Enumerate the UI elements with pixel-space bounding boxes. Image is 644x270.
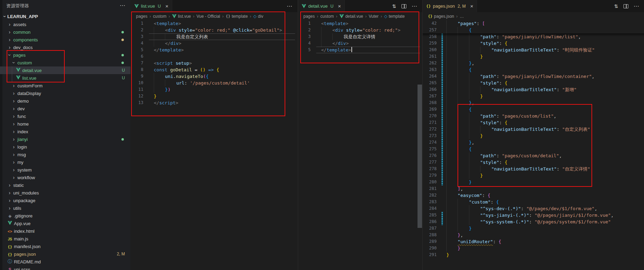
breadcrumb-item[interactable]: list.vue xyxy=(172,14,191,19)
tree-item-README.md[interactable]: ⓘREADME.md xyxy=(0,258,130,265)
tree-item-customForm[interactable]: ›customForm xyxy=(0,82,130,89)
code-line-271[interactable]: 271 "style": { xyxy=(423,119,644,126)
tree-item-utils[interactable]: ›utils xyxy=(0,204,130,212)
code-line-287[interactable]: 287 } xyxy=(423,225,644,232)
code-line-259[interactable]: 259 "style": { xyxy=(423,40,644,47)
code-line-258[interactable]: 258 "path": "pages/jianyi/flowTime/list"… xyxy=(423,33,644,40)
open-changes-icon[interactable]: ⇅ xyxy=(392,3,396,9)
close-tab-icon[interactable]: × xyxy=(338,3,341,9)
code-line-273[interactable]: 273 } xyxy=(423,133,644,139)
code-line-257[interactable]: 257 { xyxy=(423,27,644,33)
code-line-279[interactable]: 279 } xyxy=(423,172,644,179)
tree-item-workflow[interactable]: ›workflow xyxy=(0,174,130,181)
code-line-262[interactable]: 262 }, xyxy=(423,60,644,66)
code-line-5[interactable]: 5</template> xyxy=(131,47,297,53)
breadcrumb-item[interactable]: pages xyxy=(303,14,315,19)
breadcrumb-item[interactable]: ◇template xyxy=(384,14,405,19)
tree-item-uni.scss[interactable]: Suni.scss xyxy=(0,265,130,270)
tree-item-index[interactable]: ›index xyxy=(0,128,130,135)
breadcrumb-item[interactable]: ◇div xyxy=(253,14,263,19)
editor-group-sash[interactable] xyxy=(418,85,422,228)
tree-item-dataDisplay[interactable]: ›dataDisplay xyxy=(0,89,130,97)
code-line-291[interactable]: 291} xyxy=(423,252,644,258)
tree-item-common[interactable]: ›common xyxy=(0,28,130,36)
code-line-4[interactable]: 4 </div> xyxy=(298,40,422,47)
breadcrumb-item[interactable]: pages xyxy=(136,14,148,19)
tree-item-.gitignore[interactable]: ◈.gitignore xyxy=(0,212,130,220)
tree-item-static[interactable]: ›static xyxy=(0,181,130,189)
code-line-290[interactable]: 290 } xyxy=(423,245,644,252)
split-editor-icon[interactable] xyxy=(623,4,628,8)
tree-item-App.vue[interactable]: App.vue xyxy=(0,220,130,227)
close-tab-icon[interactable]: × xyxy=(165,3,168,9)
tree-item-unpackage[interactable]: ›unpackage xyxy=(0,197,130,204)
code-line-282[interactable]: 282 "easycom": { xyxy=(423,192,644,199)
tab-detail-vue[interactable]: detail.vueU× xyxy=(298,0,345,12)
breadcrumb-item[interactable]: {}pages.json xyxy=(428,14,454,19)
tree-item-uni_modules[interactable]: ›uni_modules xyxy=(0,189,130,197)
code-line-42[interactable]: 42 "pages": [ xyxy=(423,20,644,27)
open-changes-icon[interactable]: ⇅ xyxy=(614,3,618,9)
code-line-261[interactable]: 261 } xyxy=(423,53,644,60)
tab-pages-json[interactable]: {}pages.json2, M× xyxy=(423,0,477,12)
tree-item-assets[interactable]: ›assets xyxy=(0,21,130,28)
tree-item-main.js[interactable]: JSmain.js xyxy=(0,235,130,243)
close-tab-icon[interactable]: × xyxy=(470,3,473,9)
tree-item-dev_docs[interactable]: ›dev_docs xyxy=(0,43,130,51)
code-line-281[interactable]: 281 ], xyxy=(423,185,644,192)
tree-item-components[interactable]: ›components xyxy=(0,36,130,43)
breadcrumb-item[interactable]: {}template xyxy=(226,14,248,19)
code-line-7[interactable]: 7<script setup> xyxy=(131,60,297,66)
code-line-274[interactable]: 274 }, xyxy=(423,139,644,146)
code-line-5[interactable]: 5</template> xyxy=(298,47,422,53)
tree-item-my[interactable]: ›my xyxy=(0,158,130,166)
code-line-269[interactable]: 269 { xyxy=(423,106,644,113)
code-line-3[interactable]: 3 我是自定义列表 xyxy=(131,33,297,40)
code-line-277[interactable]: 277 "style": { xyxy=(423,159,644,166)
project-root-item[interactable]: › LEARUN_APP xyxy=(0,13,130,20)
more-actions-icon[interactable]: ⋯ xyxy=(412,3,418,9)
tree-item-manifest.json[interactable]: {}manifest.json xyxy=(0,243,130,250)
code-line-278[interactable]: 278 "navigationBarTitleText": "自定义详情" xyxy=(423,166,644,172)
code-line-10[interactable]: 10 url: '/pages/custom/detail' xyxy=(131,80,297,86)
tree-item-custom[interactable]: ›custom xyxy=(0,59,130,66)
split-editor-icon[interactable] xyxy=(401,4,406,8)
tree-item-jianyi[interactable]: ›jianyi xyxy=(0,135,130,143)
code-line-263[interactable]: 263 { xyxy=(423,66,644,73)
explorer-more-actions-icon[interactable]: ⋯ xyxy=(120,3,126,9)
tree-item-func[interactable]: ›func xyxy=(0,112,130,120)
code-line-2[interactable]: 2 <div style="color: red;" @click="goDet… xyxy=(131,27,297,33)
code-line-288[interactable]: 288 }, xyxy=(423,232,644,238)
breadcrumb-item[interactable]: custom xyxy=(320,14,334,19)
code-line-13[interactable]: 13</script> xyxy=(131,100,297,106)
tree-item-dev[interactable]: ›dev xyxy=(0,105,130,112)
code-line-265[interactable]: 265 "style": { xyxy=(423,80,644,86)
code-line-260[interactable]: 260 "navigationBarTitleText": "时间组件验证" xyxy=(423,47,644,53)
more-actions-icon[interactable]: ⋯ xyxy=(634,3,639,9)
tree-item-index.html[interactable]: <>index.html xyxy=(0,227,130,235)
code-line-6[interactable]: 6 xyxy=(131,53,297,60)
breadcrumb-item[interactable]: custom xyxy=(153,14,167,19)
breadcrumb-item[interactable]: Vuter xyxy=(369,14,379,19)
tree-item-demo[interactable]: ›demo xyxy=(0,97,130,105)
code-line-9[interactable]: 9 uni.navigateTo({ xyxy=(131,73,297,80)
code-line-270[interactable]: 270 "path": "pages/custom/list", xyxy=(423,113,644,119)
tree-item-pages.json[interactable]: {}pages.json2, M xyxy=(0,250,130,258)
code-line-12[interactable]: 12} xyxy=(131,93,297,100)
tree-item-msg[interactable]: ›msg xyxy=(0,151,130,158)
code-line-268[interactable]: 268 }, xyxy=(423,100,644,106)
code-line-4[interactable]: 4 </div> xyxy=(131,40,297,47)
tree-item-detail.vue[interactable]: detail.vueU xyxy=(0,66,130,74)
more-actions-icon[interactable]: ⋯ xyxy=(287,3,293,9)
code-line-267[interactable]: 267 } xyxy=(423,93,644,100)
code-line-264[interactable]: 264 "path": "pages/jianyi/flowTime/conta… xyxy=(423,73,644,80)
code-line-1[interactable]: 1<template> xyxy=(131,20,297,27)
code-line-275[interactable]: 275 { xyxy=(423,146,644,152)
code-line-289[interactable]: 289 "uniIdRouter": { xyxy=(423,238,644,245)
tab-list-vue[interactable]: list.vueU× xyxy=(131,0,172,12)
tree-item-list.vue[interactable]: list.vueU xyxy=(0,74,130,82)
tree-item-login[interactable]: ›login xyxy=(0,143,130,151)
breadcrumb-item[interactable]: … xyxy=(460,14,464,19)
code-line-266[interactable]: 266 "navigationBarTitleText": "新增" xyxy=(423,86,644,93)
code-line-283[interactable]: 283 "custom": { xyxy=(423,199,644,205)
